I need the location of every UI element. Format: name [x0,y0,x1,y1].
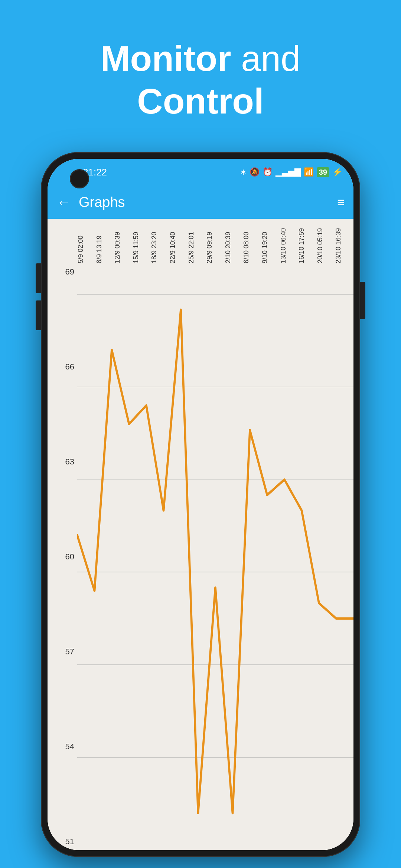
volume-up-button [36,263,41,293]
x-label: 8/9 13:19 [96,234,114,263]
bluetooth-icon: ∗ [240,167,247,177]
x-label: 13/10 06:40 [280,227,299,263]
x-label: 5/9 02:00 [77,234,96,263]
x-label: 6/10 08:00 [243,230,261,263]
alarm-icon: ⏰ [263,167,273,177]
y-label-63: 63 [48,457,77,467]
filter-button[interactable]: ≡ [337,195,345,210]
x-label: 18/9 23:20 [151,230,169,263]
x-label: 9/10 19:20 [261,230,280,263]
x-label: 16/10 17:59 [298,227,317,263]
y-label-66: 66 [48,362,77,372]
volume-down-button [36,300,41,330]
back-button[interactable]: ← [56,194,71,211]
header-and: and [231,39,301,78]
status-icons: ∗ 🔕 ⏰ ▁▃▅▇ 📶 39 ⚡ [240,167,342,177]
charging-icon: ⚡ [332,167,342,177]
app-title: Graphs [79,194,337,210]
status-bar: 21:22 ∗ 🔕 ⏰ ▁▃▅▇ 📶 39 ⚡ [48,159,353,185]
signal-icon: ▁▃▅▇ [276,167,301,177]
x-label: 15/9 11:59 [133,230,151,263]
x-label: 22/9 10:40 [169,230,188,263]
y-label-54: 54 [48,742,77,752]
x-label: 12/9 00:39 [114,230,133,263]
x-axis-labels: 5/9 02:008/9 13:1912/9 00:3915/9 11:5918… [77,219,353,263]
mute-icon: 🔕 [250,167,260,177]
x-label: 2/10 20:39 [225,230,243,263]
x-label: 25/9 22:01 [188,230,206,263]
y-label-69: 69 [48,267,77,277]
y-label-51: 51 [48,837,77,846]
y-label-60: 60 [48,552,77,562]
header-monitor: Monitor [101,39,231,78]
battery-indicator: 39 [317,167,329,177]
x-label: 20/10 05:19 [317,227,335,263]
y-label-57: 57 [48,647,77,657]
chart-container: 51 54 57 60 63 66 69 5/9 02:008/9 13:191… [48,219,353,850]
x-label: 29/9 09:19 [206,230,225,263]
app-bar: ← Graphs ≡ [48,185,353,219]
phone-mockup: 21:22 ∗ 🔕 ⏰ ▁▃▅▇ 📶 39 ⚡ ← Graphs ≡ [41,152,360,857]
header-section: Monitor and Control [101,37,301,122]
camera-hole [70,169,89,188]
y-axis-labels: 51 54 57 60 63 66 69 [48,263,77,850]
header-control: Control [101,80,301,122]
chart-plot [77,263,353,850]
wifi-icon: 📶 [304,167,314,177]
power-button [360,282,365,319]
x-label: 23/10 16:39 [335,227,353,263]
